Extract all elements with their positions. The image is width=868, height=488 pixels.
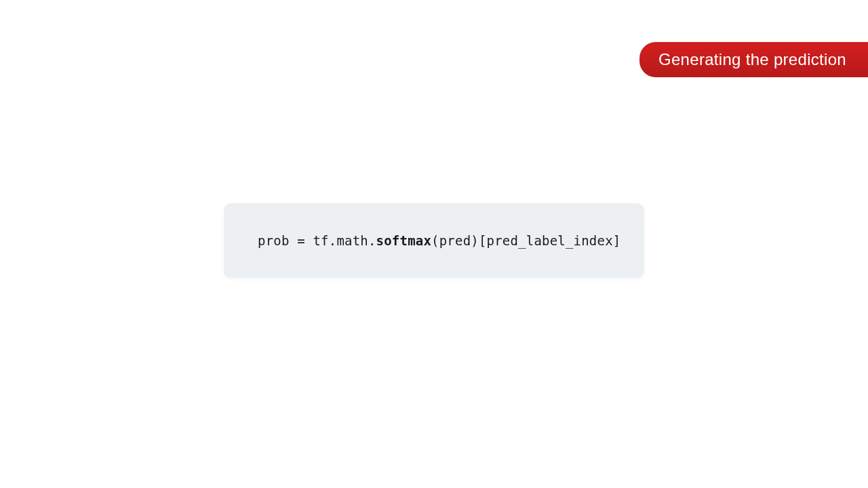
code-snippet-box: prob = tf.math.softmax(pred)[pred_label_… — [224, 203, 644, 278]
code-part-2: (pred)[pred_label_index] — [431, 233, 620, 248]
code-bold-part: softmax — [376, 233, 431, 248]
code-line: prob = tf.math.softmax(pred)[pred_label_… — [258, 233, 610, 248]
banner-text: Generating the prediction — [658, 50, 846, 68]
title-banner: Generating the prediction — [639, 42, 868, 77]
code-part-1: prob = tf.math. — [258, 233, 376, 248]
